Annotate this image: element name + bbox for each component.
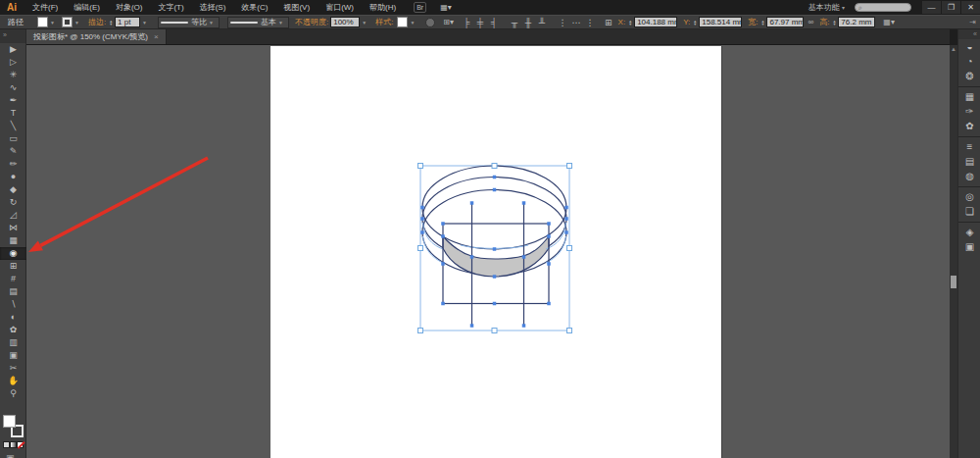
mesh-tool[interactable]: # <box>0 273 26 285</box>
horizontal-align-left-icon[interactable]: ╞ <box>460 18 473 27</box>
color-guide-panel-icon[interactable]: ◔ <box>958 54 980 69</box>
pencil-tool[interactable]: ✏ <box>0 158 26 171</box>
free-transform-tool[interactable]: ▦ <box>0 234 26 247</box>
graphic-styles-panel-icon[interactable]: ❏ <box>958 204 980 219</box>
height-stepper[interactable]: ▲▼ <box>832 20 836 25</box>
eraser-tool[interactable]: ◆ <box>0 183 26 196</box>
distribute-left-icon[interactable]: ⋮ <box>556 18 569 27</box>
none-button[interactable] <box>17 441 24 448</box>
blend-tool[interactable]: ◐ <box>0 311 26 324</box>
width-profile-dropdown[interactable]: 等比▼ <box>158 17 220 28</box>
dock-collapse-icon[interactable]: « <box>958 29 980 39</box>
scale-tool[interactable]: ◿ <box>0 209 26 222</box>
hand-tool[interactable]: ✋ <box>0 375 26 387</box>
chevron-down-icon[interactable]: ▼ <box>142 20 147 25</box>
horizontal-align-right-icon[interactable]: ╡ <box>487 18 501 27</box>
tab-close-icon[interactable]: × <box>154 29 159 44</box>
menu-help[interactable]: 帮助(H) <box>362 0 404 15</box>
brushes-panel-icon[interactable]: ✑ <box>958 104 980 119</box>
fill-color-swatch[interactable] <box>37 17 48 27</box>
stroke-panel-icon[interactable]: ≡ <box>958 136 980 154</box>
width-stepper[interactable]: ▲▼ <box>760 20 764 25</box>
stroke-color-swatch[interactable] <box>62 17 73 27</box>
color-button[interactable] <box>3 441 10 448</box>
menu-window[interactable]: 窗口(W) <box>318 0 362 15</box>
shape-builder-tool[interactable]: ◉ <box>0 247 26 260</box>
gradient-tool[interactable]: ▤ <box>0 285 26 298</box>
transform-more-options[interactable]: ▦▾ <box>883 18 895 26</box>
menu-object[interactable]: 对象(O) <box>108 0 151 15</box>
bridge-button[interactable]: Br <box>414 2 426 13</box>
type-tool[interactable]: T <box>0 107 26 120</box>
chevron-down-icon[interactable]: ▼ <box>362 20 367 25</box>
scroll-up-icon[interactable]: ▲ <box>950 45 957 53</box>
constrain-proportions-icon[interactable]: ∞ <box>808 18 813 26</box>
color-themes-panel-icon[interactable]: ❂ <box>958 69 980 83</box>
distribute-center-icon[interactable]: ⋯ <box>569 18 583 27</box>
toolbar-collapse-icon[interactable]: » <box>0 29 25 43</box>
rectangle-tool[interactable]: ▭ <box>0 132 26 145</box>
x-stepper[interactable]: ▲▼ <box>628 20 632 25</box>
selection-tool[interactable]: ▶ <box>0 43 26 56</box>
document-tab[interactable]: 投影图标* @ 150% (CMYK/预览) × <box>26 29 167 44</box>
vertical-scrollbar[interactable]: ▲ <box>950 45 957 458</box>
artboards-panel-icon[interactable]: ▣ <box>958 239 980 254</box>
brush-definition-dropdown[interactable]: 基本▼ <box>227 17 289 28</box>
search-input[interactable]: ⌕ <box>855 3 911 12</box>
chevron-down-icon[interactable]: ▼ <box>410 20 415 25</box>
paintbrush-tool[interactable]: ✎ <box>0 145 26 158</box>
gradient-panel-icon[interactable]: ▤ <box>958 154 980 169</box>
line-segment-tool[interactable]: ╲ <box>0 120 26 132</box>
gradient-button[interactable] <box>10 441 17 448</box>
vertical-align-top-icon[interactable]: ╥ <box>508 18 521 27</box>
style-swatch[interactable] <box>397 17 408 27</box>
transparency-panel-icon[interactable]: ◍ <box>958 169 980 183</box>
width-tool[interactable]: ⋈ <box>0 222 26 234</box>
height-field[interactable]: 76.2 mm <box>838 17 875 27</box>
vertical-align-bottom-icon[interactable]: ╨ <box>535 18 549 27</box>
zoom-tool[interactable]: ⚲ <box>0 387 26 400</box>
magic-wand-tool[interactable]: ✳ <box>0 69 26 81</box>
fill-proxy[interactable] <box>3 415 16 428</box>
artboard-tool[interactable]: ▣ <box>0 349 26 362</box>
y-field[interactable]: 158.514 mm <box>699 17 742 27</box>
fill-stroke-indicator[interactable] <box>3 415 24 438</box>
minimize-button[interactable]: — <box>922 1 941 14</box>
menu-effect[interactable]: 效果(C) <box>233 0 275 15</box>
swatches-panel-icon[interactable]: ▦ <box>958 86 980 104</box>
workspace-switcher[interactable]: 基本功能 ▾ <box>808 2 845 13</box>
menu-type[interactable]: 文字(T) <box>150 0 191 15</box>
symbol-sprayer-tool[interactable]: ✿ <box>0 324 26 336</box>
appearance-panel-icon[interactable]: ◎ <box>958 186 980 204</box>
control-panel-dock-icon[interactable]: ⇥ <box>969 18 976 26</box>
perspective-grid-tool[interactable]: ⊞ <box>0 260 26 273</box>
menu-edit[interactable]: 编辑(E) <box>66 0 108 15</box>
menu-select[interactable]: 选择(S) <box>192 0 234 15</box>
slice-tool[interactable]: ✂ <box>0 362 26 375</box>
align-dropdown[interactable]: ⊞▾ <box>443 18 454 26</box>
layout-switcher-icon[interactable]: ▦▾ <box>440 3 452 12</box>
stroke-weight-field[interactable]: 1 pt <box>115 17 140 27</box>
reference-point-locator[interactable]: ⊞ <box>605 18 612 27</box>
stroke-weight-stepper[interactable]: ▲▼ <box>109 20 113 25</box>
vertical-align-center-icon[interactable]: ╫ <box>521 18 535 27</box>
horizontal-align-center-icon[interactable]: ╪ <box>473 18 487 27</box>
recolor-artwork-icon[interactable] <box>425 18 435 27</box>
restore-button[interactable]: ❐ <box>942 1 960 14</box>
drawing-mode-icon[interactable]: ▣ <box>6 453 15 458</box>
x-field[interactable]: 104.188 mm <box>634 17 677 27</box>
rotate-tool[interactable]: ↻ <box>0 196 26 209</box>
color-panel-icon[interactable]: ◒ <box>958 39 980 54</box>
direct-selection-tool[interactable]: ▷ <box>0 56 26 69</box>
distribute-right-icon[interactable]: ⋮ <box>583 18 597 27</box>
chevron-down-icon[interactable]: ▼ <box>74 20 79 25</box>
width-field[interactable]: 67.97 mm <box>766 17 804 27</box>
canvas-area[interactable] <box>26 45 950 458</box>
symbols-panel-icon[interactable]: ✿ <box>958 119 980 133</box>
column-graph-tool[interactable]: ▥ <box>0 336 26 349</box>
y-stepper[interactable]: ▲▼ <box>693 20 697 25</box>
eyedropper-tool[interactable]: ∖ <box>0 298 26 311</box>
close-button[interactable]: ✕ <box>961 1 980 14</box>
lasso-tool[interactable]: ∿ <box>0 81 26 94</box>
menu-file[interactable]: 文件(F) <box>24 0 66 15</box>
